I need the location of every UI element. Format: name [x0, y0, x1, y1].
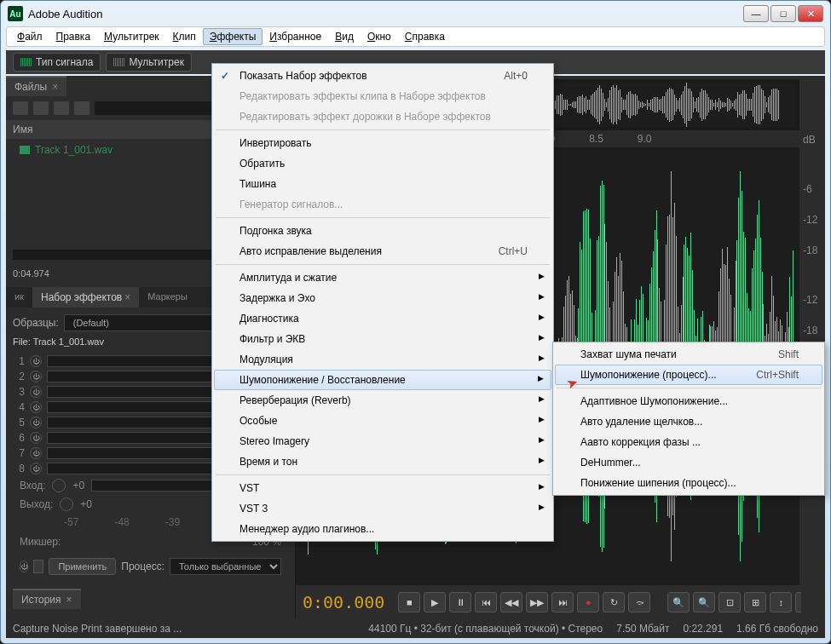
minimize-button[interactable]: — — [743, 5, 769, 22]
menu-item[interactable]: Захват шума печатиShift — [555, 344, 822, 365]
menu-item[interactable]: Диагностика▶ — [214, 308, 551, 329]
menu-item[interactable]: Шумопонижение / Восстановление▶ — [214, 370, 551, 390]
menu-item[interactable]: Адаптивное Шумопонижение... — [555, 391, 822, 411]
fx-slot-3-power[interactable]: ⏻ — [30, 386, 42, 398]
tab-markers[interactable]: Маркеры — [139, 287, 196, 308]
fx-slot-8-power[interactable]: ⏻ — [30, 463, 42, 474]
tab-effects-rack[interactable]: Набор эффектов × — [32, 287, 139, 308]
new-icon[interactable] — [54, 101, 69, 115]
mini-time: 0:04.974 — [13, 268, 222, 279]
menu-правка[interactable]: Правка — [49, 28, 98, 45]
app-icon: Au — [8, 6, 23, 21]
menu-item[interactable]: Особые▶ — [214, 411, 551, 431]
apply-button[interactable]: Применить — [49, 558, 116, 575]
menu-item[interactable]: Шумопонижение (процесс)...Ctrl+Shift — [555, 365, 822, 385]
menu-item[interactable]: Инвертировать — [214, 133, 551, 153]
menu-item[interactable]: Время и тон▶ — [214, 451, 551, 472]
window-title: Adobe Audition — [28, 8, 742, 20]
menu-избранное[interactable]: Избранное — [263, 28, 328, 45]
zoom-out-button[interactable]: 🔍 — [693, 592, 715, 612]
fx-slot-4-power[interactable]: ⏻ — [30, 401, 42, 413]
menu-item[interactable]: DeHummer... — [555, 452, 822, 473]
skip-button[interactable]: ⤼ — [628, 592, 650, 612]
menu-мультитрек[interactable]: Мультитрек — [97, 28, 166, 45]
fx-slot-1-power[interactable]: ⏻ — [30, 355, 42, 367]
statusbar: Capture Noise Print завершено за ... 441… — [6, 619, 825, 638]
history-tab[interactable]: История× — [13, 589, 81, 609]
process-select[interactable]: Только выбранные — [170, 558, 281, 575]
input-knob[interactable] — [52, 479, 66, 492]
fx-slot-2-power[interactable]: ⏻ — [30, 371, 42, 382]
menu-файл[interactable]: Файл — [10, 28, 49, 45]
menu-item: Редактировать эффект дорожки в Наборе эф… — [214, 106, 551, 127]
fx-slot-7-power[interactable]: ⏻ — [30, 447, 42, 459]
menu-вид[interactable]: Вид — [328, 28, 361, 45]
forward-button[interactable]: ▶▶ — [526, 592, 548, 612]
go-end-button[interactable]: ⏭ — [551, 592, 574, 612]
titlebar: Au Adobe Audition — □ ✕ — [1, 1, 830, 26]
audio-file-icon — [20, 146, 30, 154]
menu-item[interactable]: Подгонка звука — [214, 221, 551, 241]
pause-button[interactable]: ⏸ — [449, 592, 471, 612]
zoom-full-button[interactable]: ⊡ — [718, 592, 741, 612]
status-message: Capture Noise Print завершено за ... — [13, 623, 182, 635]
status-free: 1.66 Гб свободно — [736, 623, 818, 635]
effects-menu-dropdown: ✓Показать Набор эффектовAlt+0Редактирова… — [211, 63, 554, 542]
menu-справка[interactable]: Справка — [398, 28, 452, 45]
stop-button[interactable]: ■ — [398, 592, 420, 612]
fx-slot-5-power[interactable]: ⏻ — [30, 417, 42, 428]
zoom-sel-button[interactable]: ⊞ — [744, 592, 766, 612]
menu-item[interactable]: Амплитуда и сжатие▶ — [214, 267, 551, 288]
record-button[interactable]: ● — [577, 592, 599, 612]
output-knob[interactable] — [60, 497, 73, 511]
fx-chain-icon[interactable] — [33, 560, 43, 573]
menu-item[interactable]: ✓Показать Набор эффектовAlt+0 — [214, 66, 551, 86]
menu-item[interactable]: Авто удаление щелчков... — [555, 411, 822, 432]
menu-item: Редактировать эффекты клипа в Наборе эфф… — [214, 86, 551, 106]
noise-reduction-submenu: Захват шума печатиShiftШумопонижение (пр… — [552, 342, 825, 496]
menu-item: Генератор сигналов... — [214, 194, 551, 215]
fx-master-power[interactable]: ⏻ — [20, 561, 28, 572]
menubar: ФайлПравкаМультитрекКлипЭффектыИзбранное… — [6, 26, 825, 47]
import-icon[interactable] — [33, 101, 49, 115]
menu-item[interactable]: Менеджер аудио плагинов... — [214, 519, 551, 539]
rewind-button[interactable]: ◀◀ — [500, 592, 522, 612]
go-start-button[interactable]: ⏮ — [475, 592, 497, 612]
menu-item[interactable]: Модуляция▶ — [214, 349, 551, 370]
multitrack-icon — [113, 58, 125, 66]
zoom-in-v-button[interactable]: ↕ — [770, 592, 792, 612]
menu-item[interactable]: Задержка и Эхо▶ — [214, 288, 551, 308]
tab-0[interactable]: ик — [6, 287, 32, 308]
files-tab[interactable]: Файлы× — [6, 76, 66, 96]
status-size: 7.50 Мбайт — [616, 623, 669, 635]
folder-icon[interactable] — [13, 101, 28, 115]
menu-item[interactable]: Обратить — [214, 153, 551, 174]
menu-item[interactable]: Фильтр и ЭКВ▶ — [214, 329, 551, 349]
waveform-icon — [20, 58, 32, 66]
transport-bar: 0:00.000 ■ ▶ ⏸ ⏮ ◀◀ ▶▶ ⏭ ● ↻ ⤼ 🔍 🔍 ⊡ ⊞ ↕… — [296, 585, 825, 619]
menu-item[interactable]: VST 3▶ — [214, 498, 551, 519]
menu-item[interactable]: Реверберация (Reverb)▶ — [214, 390, 551, 411]
menu-item[interactable]: Авто исправление выделенияCtrl+U — [214, 241, 551, 262]
menu-эффекты[interactable]: Эффекты — [203, 28, 263, 45]
menu-item[interactable]: Аавто коррекция фазы ... — [555, 432, 822, 452]
fx-slot-6-power[interactable]: ⏻ — [30, 432, 42, 444]
menu-item[interactable]: VST▶ — [214, 478, 551, 498]
loop-button[interactable]: ↻ — [603, 592, 625, 612]
trash-icon[interactable] — [74, 101, 89, 115]
waveform-view-button[interactable]: Тип сигнала — [13, 53, 101, 72]
multitrack-view-button[interactable]: Мультитрек — [106, 53, 191, 72]
close-button[interactable]: ✕ — [798, 5, 823, 22]
menu-item[interactable]: Stereo Imagery▶ — [214, 431, 551, 451]
menu-окно[interactable]: Окно — [361, 28, 398, 45]
menu-item[interactable]: Понижение шипения (процесс)... — [555, 473, 822, 493]
maximize-button[interactable]: □ — [770, 5, 796, 22]
menu-клип[interactable]: Клип — [166, 28, 203, 45]
status-sample: 44100 Гц • 32-бит (с плавающей точкой) •… — [368, 623, 603, 635]
zoom-in-button[interactable]: 🔍 — [667, 592, 690, 612]
play-button[interactable]: ▶ — [424, 592, 446, 612]
main-time-display: 0:00.000 — [303, 592, 384, 612]
menu-item[interactable]: Тишина — [214, 174, 551, 194]
status-duration: 0:22.291 — [683, 623, 723, 635]
